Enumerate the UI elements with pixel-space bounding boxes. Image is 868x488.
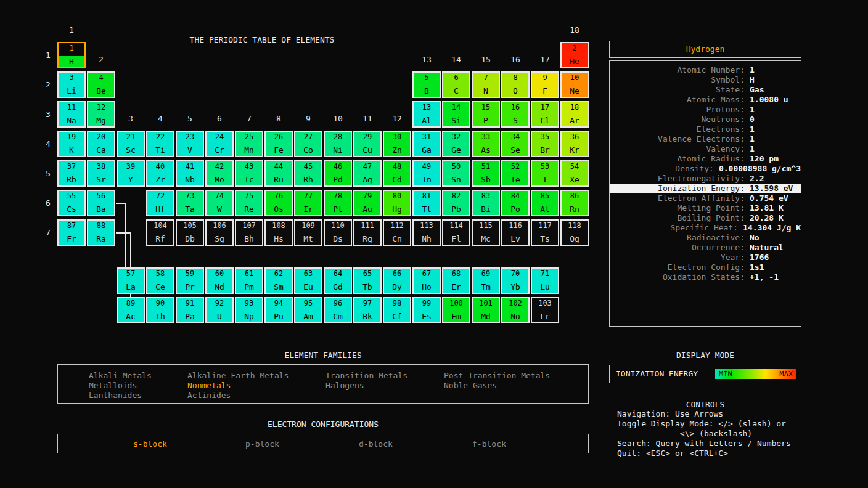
element-cell-Pd[interactable]: 46Pd <box>324 160 352 187</box>
element-cell-Li[interactable]: 3Li <box>57 71 86 98</box>
element-cell-Tm[interactable]: 69Tm <box>472 267 500 294</box>
element-cell-Se[interactable]: 34Se <box>501 131 530 157</box>
element-cell-Po[interactable]: 84Po <box>501 190 530 216</box>
element-cell-U[interactable]: 92U <box>205 297 234 323</box>
element-cell-Ar[interactable]: 18Ar <box>560 101 589 128</box>
element-cell-Np[interactable]: 93Np <box>235 297 263 323</box>
element-cell-N[interactable]: 7N <box>472 71 500 98</box>
element-cell-Cm[interactable]: 96Cm <box>324 297 352 323</box>
element-cell-Ba[interactable]: 56Ba <box>87 190 115 216</box>
element-cell-Lr[interactable]: 103Lr <box>531 297 559 323</box>
element-cell-La[interactable]: 57La <box>117 267 145 294</box>
element-cell-Au[interactable]: 79Au <box>353 190 382 216</box>
element-cell-Ag[interactable]: 47Ag <box>353 160 382 187</box>
element-cell-He[interactable]: 2He <box>560 42 589 68</box>
element-cell-Dy[interactable]: 66Dy <box>383 267 411 294</box>
element-cell-Si[interactable]: 14Si <box>442 101 470 128</box>
element-cell-Sr[interactable]: 38Sr <box>87 160 115 187</box>
element-cell-Fm[interactable]: 100Fm <box>442 297 470 323</box>
element-cell-H[interactable]: 1H <box>57 42 86 68</box>
element-cell-Am[interactable]: 95Am <box>294 297 322 323</box>
element-cell-Ir[interactable]: 77Ir <box>294 190 322 216</box>
element-cell-V[interactable]: 23V <box>176 131 204 157</box>
element-cell-I[interactable]: 53I <box>531 160 559 187</box>
element-cell-Nd[interactable]: 60Nd <box>205 267 234 294</box>
element-cell-Cn[interactable]: 112Cn <box>383 219 411 246</box>
element-cell-W[interactable]: 74W <box>205 190 234 216</box>
element-cell-Tl[interactable]: 81Tl <box>412 190 441 216</box>
element-cell-Mn[interactable]: 25Mn <box>235 131 263 157</box>
element-cell-Ho[interactable]: 67Ho <box>412 267 441 294</box>
element-cell-Ta[interactable]: 73Ta <box>176 190 204 216</box>
element-cell-Md[interactable]: 101Md <box>472 297 500 323</box>
element-cell-Th[interactable]: 90Th <box>146 297 174 323</box>
element-cell-Re[interactable]: 75Re <box>235 190 263 216</box>
element-cell-Sb[interactable]: 51Sb <box>472 160 500 187</box>
element-cell-No[interactable]: 102No <box>501 297 530 323</box>
element-cell-Ga[interactable]: 31Ga <box>412 131 441 157</box>
element-cell-Hs[interactable]: 108Hs <box>264 219 293 246</box>
element-cell-S[interactable]: 16S <box>501 101 530 128</box>
element-cell-P[interactable]: 15P <box>472 101 500 128</box>
element-cell-Pm[interactable]: 61Pm <box>235 267 263 294</box>
element-cell-Y[interactable]: 39Y <box>117 160 145 187</box>
element-cell-Fl[interactable]: 114Fl <box>442 219 470 246</box>
element-cell-Pb[interactable]: 82Pb <box>442 190 470 216</box>
element-cell-Og[interactable]: 118Og <box>560 219 589 246</box>
element-cell-F[interactable]: 9F <box>531 71 559 98</box>
element-cell-Pa[interactable]: 91Pa <box>176 297 204 323</box>
element-cell-Mg[interactable]: 12Mg <box>87 101 115 128</box>
element-cell-As[interactable]: 33As <box>472 131 500 157</box>
element-cell-Ge[interactable]: 32Ge <box>442 131 470 157</box>
element-cell-Ne[interactable]: 10Ne <box>560 71 589 98</box>
element-cell-Er[interactable]: 68Er <box>442 267 470 294</box>
element-cell-Nh[interactable]: 113Nh <box>412 219 441 246</box>
element-cell-Mt[interactable]: 109Mt <box>294 219 322 246</box>
element-cell-Lv[interactable]: 116Lv <box>501 219 530 246</box>
element-cell-Cf[interactable]: 98Cf <box>383 297 411 323</box>
element-cell-Tb[interactable]: 65Tb <box>353 267 382 294</box>
element-cell-Cs[interactable]: 55Cs <box>57 190 86 216</box>
element-cell-C[interactable]: 6C <box>442 71 470 98</box>
element-cell-Pr[interactable]: 59Pr <box>176 267 204 294</box>
element-cell-Cd[interactable]: 48Cd <box>383 160 411 187</box>
element-cell-Ts[interactable]: 117Ts <box>531 219 559 246</box>
element-cell-Ra[interactable]: 88Ra <box>87 219 115 246</box>
element-cell-Ca[interactable]: 20Ca <box>87 131 115 157</box>
element-cell-Sn[interactable]: 50Sn <box>442 160 470 187</box>
element-cell-Al[interactable]: 13Al <box>412 101 441 128</box>
element-cell-Bi[interactable]: 83Bi <box>472 190 500 216</box>
element-cell-Zr[interactable]: 40Zr <box>146 160 174 187</box>
element-cell-In[interactable]: 49In <box>412 160 441 187</box>
element-cell-Bh[interactable]: 107Bh <box>235 219 263 246</box>
element-cell-Tc[interactable]: 43Tc <box>235 160 263 187</box>
element-cell-Eu[interactable]: 63Eu <box>294 267 322 294</box>
element-cell-Rh[interactable]: 45Rh <box>294 160 322 187</box>
element-cell-Pu[interactable]: 94Pu <box>264 297 293 323</box>
element-cell-Ni[interactable]: 28Ni <box>324 131 352 157</box>
element-cell-Ru[interactable]: 44Ru <box>264 160 293 187</box>
element-cell-Xe[interactable]: 54Xe <box>560 160 589 187</box>
element-cell-Hg[interactable]: 80Hg <box>383 190 411 216</box>
element-cell-Fr[interactable]: 87Fr <box>57 219 86 246</box>
element-cell-Bk[interactable]: 97Bk <box>353 297 382 323</box>
element-cell-Rf[interactable]: 104Rf <box>146 219 174 246</box>
element-cell-Cl[interactable]: 17Cl <box>531 101 559 128</box>
element-cell-Es[interactable]: 99Es <box>412 297 441 323</box>
element-cell-Ti[interactable]: 22Ti <box>146 131 174 157</box>
element-cell-Mo[interactable]: 42Mo <box>205 160 234 187</box>
element-cell-Na[interactable]: 11Na <box>57 101 86 128</box>
element-cell-Sg[interactable]: 106Sg <box>205 219 234 246</box>
element-cell-Cr[interactable]: 24Cr <box>205 131 234 157</box>
element-cell-Rg[interactable]: 111Rg <box>353 219 382 246</box>
element-cell-Lu[interactable]: 71Lu <box>531 267 559 294</box>
element-cell-Pt[interactable]: 78Pt <box>324 190 352 216</box>
element-cell-B[interactable]: 5B <box>412 71 441 98</box>
element-cell-Os[interactable]: 76Os <box>264 190 293 216</box>
element-cell-Ac[interactable]: 89Ac <box>117 297 145 323</box>
element-cell-Hf[interactable]: 72Hf <box>146 190 174 216</box>
element-cell-Cu[interactable]: 29Cu <box>353 131 382 157</box>
element-cell-Db[interactable]: 105Db <box>176 219 204 246</box>
element-cell-Kr[interactable]: 36Kr <box>560 131 589 157</box>
element-cell-Yb[interactable]: 70Yb <box>501 267 530 294</box>
